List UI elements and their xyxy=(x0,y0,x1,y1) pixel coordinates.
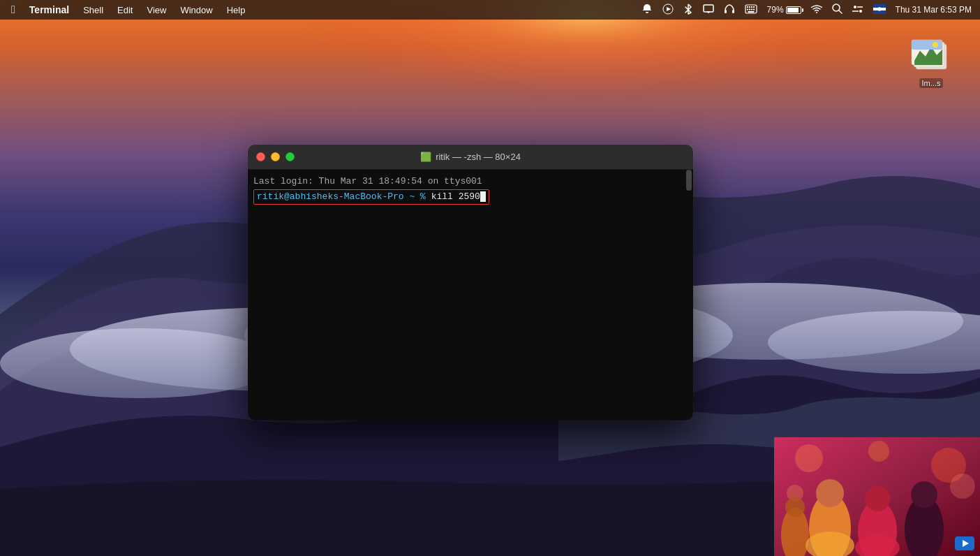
bluetooth-icon[interactable] xyxy=(681,3,696,17)
screen-icon[interactable] xyxy=(700,4,717,16)
svg-line-25 xyxy=(839,10,842,13)
svg-rect-22 xyxy=(753,8,755,10)
terminal-title: 🟩 ritik — -zsh — 80×24 xyxy=(420,152,521,162)
terminal-title-icon: 🟩 xyxy=(420,152,431,162)
svg-rect-16 xyxy=(749,6,750,8)
notification-icon[interactable] xyxy=(639,3,655,17)
svg-rect-12 xyxy=(725,10,727,13)
svg-rect-13 xyxy=(732,10,734,13)
menu-bar-left:  Terminal Shell Edit View Window Help xyxy=(6,2,251,17)
desktop-icon-label: Im...s xyxy=(919,78,944,88)
terminal-prompt: ritik@abhisheks-MacBook-Pro ~ % xyxy=(257,191,426,202)
wifi-icon[interactable] xyxy=(808,4,825,16)
menu-bar-right: 79% Thu 31 Mar xyxy=(639,3,974,17)
menu-view[interactable]: View xyxy=(141,3,172,17)
play-icon[interactable] xyxy=(660,3,676,17)
terminal-cursor xyxy=(480,191,486,202)
search-icon[interactable] xyxy=(829,3,845,16)
control-center-icon[interactable] xyxy=(849,3,866,17)
apple-menu[interactable]:  xyxy=(6,2,21,17)
battery-bar xyxy=(786,6,801,14)
video-thumbnail[interactable] xyxy=(774,437,980,556)
terminal-title-text: ritik — -zsh — 80×24 xyxy=(436,152,521,162)
maximize-button[interactable] xyxy=(285,152,295,161)
battery-percent: 79% xyxy=(767,5,784,15)
svg-rect-21 xyxy=(751,8,752,10)
terminal-scrollbar[interactable] xyxy=(686,170,692,191)
minimize-button[interactable] xyxy=(271,152,280,161)
keyboard-icon[interactable] xyxy=(742,4,760,16)
terminal-window: 🟩 ritik — -zsh — 80×24 Last login: Thu M… xyxy=(248,145,693,420)
svg-rect-15 xyxy=(747,6,748,8)
svg-marker-8 xyxy=(667,7,671,11)
traffic-lights xyxy=(256,152,295,161)
battery-fill xyxy=(787,8,799,13)
svg-rect-9 xyxy=(704,5,713,12)
svg-point-2 xyxy=(0,328,279,398)
terminal-titlebar: 🟩 ritik — -zsh — 80×24 xyxy=(248,145,693,170)
terminal-command: kill 2590 xyxy=(431,191,480,202)
svg-point-35 xyxy=(879,8,880,10)
video-player-icon[interactable] xyxy=(955,536,974,550)
svg-point-26 xyxy=(854,6,856,8)
desktop-icon-image xyxy=(910,34,952,75)
menu-help[interactable]: Help xyxy=(221,3,251,17)
svg-rect-20 xyxy=(749,8,750,10)
menu-window[interactable]: Window xyxy=(175,3,218,17)
headphone-icon[interactable] xyxy=(721,3,738,17)
menu-terminal[interactable]: Terminal xyxy=(24,3,75,17)
terminal-last-login: Last login: Thu Mar 31 18:49:54 on ttys0… xyxy=(253,175,688,188)
svg-rect-19 xyxy=(747,8,748,10)
battery-indicator: 79% xyxy=(764,5,804,15)
menu-bar:  Terminal Shell Edit View Window Help xyxy=(0,0,980,20)
terminal-body[interactable]: Last login: Thu Mar 31 18:49:54 on ttys0… xyxy=(248,170,693,420)
svg-rect-18 xyxy=(753,6,755,8)
menu-edit[interactable]: Edit xyxy=(112,3,138,17)
svg-rect-57 xyxy=(774,437,980,556)
svg-rect-17 xyxy=(751,6,752,8)
close-button[interactable] xyxy=(256,152,265,161)
datetime: Thu 31 Mar 6:53 PM xyxy=(893,5,974,15)
svg-point-28 xyxy=(859,10,862,13)
language-flag-icon[interactable] xyxy=(870,4,889,16)
terminal-command-highlighted: ritik@abhisheks-MacBook-Pro ~ % kill 259… xyxy=(253,189,489,205)
svg-point-40 xyxy=(933,42,938,47)
video-thumbnail-inner xyxy=(774,437,980,556)
svg-rect-23 xyxy=(748,11,754,13)
terminal-command-line[interactable]: ritik@abhisheks-MacBook-Pro ~ % kill 259… xyxy=(253,189,688,205)
menu-shell[interactable]: Shell xyxy=(77,3,109,17)
desktop-icon-images[interactable]: Im...s xyxy=(903,34,959,88)
